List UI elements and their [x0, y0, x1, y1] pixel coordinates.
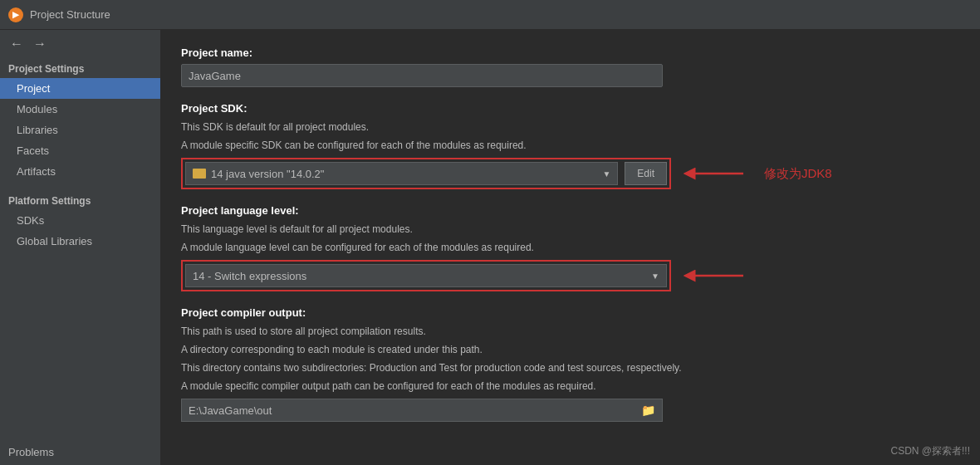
- nav-buttons: ← →: [0, 30, 160, 58]
- sidebar-item-global-libraries[interactable]: Global Libraries: [0, 231, 160, 252]
- nav-back-button[interactable]: ←: [7, 35, 27, 53]
- sdk-desc2: A module specific SDK can be configured …: [181, 138, 960, 153]
- compiler-output-section: Project compiler output: This path is us…: [181, 306, 960, 422]
- platform-settings-label: Platform Settings: [0, 190, 160, 210]
- lang-desc1: This language level is default for all p…: [181, 222, 960, 237]
- folder-icon: [193, 169, 206, 179]
- output-folder-button[interactable]: 📁: [641, 404, 655, 417]
- sidebar-item-libraries[interactable]: Libraries: [0, 120, 160, 140]
- app-icon: ▶: [8, 7, 23, 22]
- project-name-section: Project name:: [181, 46, 960, 87]
- sdk-row: 14 java version "14.0.2" ▼ Edit: [181, 158, 671, 189]
- sidebar-item-modules[interactable]: Modules: [0, 99, 160, 120]
- output-path-text: E:\JavaGame\out: [189, 404, 272, 417]
- compiler-output-display: E:\JavaGame\out 📁: [181, 399, 663, 422]
- nav-forward-button[interactable]: →: [30, 35, 50, 53]
- sdk-dropdown[interactable]: 14 java version "14.0.2" ▼: [185, 162, 618, 185]
- sidebar-item-sdks[interactable]: SDKs: [0, 210, 160, 231]
- compiler-desc2: A directory corresponding to each module…: [181, 342, 960, 357]
- project-name-input[interactable]: [181, 64, 663, 87]
- sidebar-item-project[interactable]: Project: [0, 78, 160, 99]
- lang-red-arrow: [681, 263, 747, 288]
- sdk-version-text: 14 java version "14.0.2": [211, 168, 324, 180]
- compiler-desc1: This path is used to store all project c…: [181, 324, 960, 339]
- lang-level-dropdown[interactable]: 14 - Switch expressions ▼: [185, 264, 667, 287]
- compiler-desc4: A module specific compiler output path c…: [181, 379, 960, 394]
- sdk-desc1: This SDK is default for all project modu…: [181, 120, 960, 135]
- main-layout: ← → Project Settings Project Modules Lib…: [0, 30, 980, 465]
- sidebar-item-artifacts[interactable]: Artifacts: [0, 161, 160, 182]
- compiler-desc3: This directory contains two subdirectori…: [181, 360, 960, 375]
- sidebar: ← → Project Settings Project Modules Lib…: [0, 30, 161, 465]
- project-name-label: Project name:: [181, 46, 960, 59]
- sdk-annotation: 修改为JDK8: [764, 166, 832, 182]
- language-level-section: Project language level: This language le…: [181, 204, 960, 291]
- lang-dropdown-arrow: ▼: [651, 272, 659, 281]
- lang-level-text: 14 - Switch expressions: [193, 270, 306, 282]
- project-settings-label: Project Settings: [0, 58, 160, 78]
- project-sdk-section: Project SDK: This SDK is default for all…: [181, 102, 960, 189]
- title-bar-title: Project Structure: [30, 8, 110, 21]
- content-area: Project name: Project SDK: This SDK is d…: [161, 30, 980, 465]
- compiler-output-label: Project compiler output:: [181, 306, 960, 319]
- sidebar-problems[interactable]: Problems: [0, 439, 160, 465]
- lang-desc2: A module language level can be configure…: [181, 240, 960, 255]
- lang-dropdown-row: 14 - Switch expressions ▼: [181, 260, 671, 291]
- sdk-dropdown-arrow: ▼: [602, 169, 610, 179]
- output-path-row: E:\JavaGame\out 📁: [181, 399, 960, 422]
- project-sdk-label: Project SDK:: [181, 102, 960, 115]
- watermark: CSDN @探索者!!!: [890, 444, 970, 458]
- sidebar-item-facets[interactable]: Facets: [0, 140, 160, 161]
- sdk-red-arrow: [681, 161, 747, 186]
- title-bar: ▶ Project Structure: [0, 0, 980, 30]
- sdk-edit-button[interactable]: Edit: [625, 162, 667, 185]
- language-level-label: Project language level:: [181, 204, 960, 217]
